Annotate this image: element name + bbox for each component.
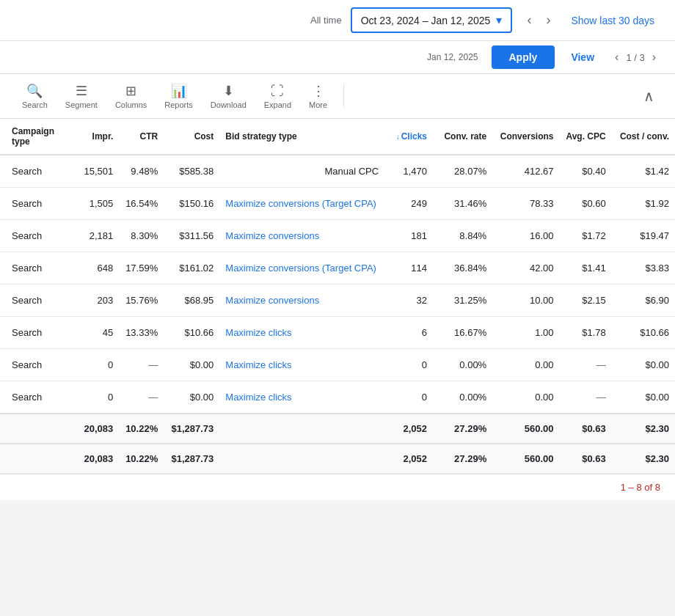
footer-pagination: 1 – 8 of 8 [621,482,660,493]
search-icon: 🔍 [26,83,43,99]
cell-cost: $150.16 [164,188,219,220]
view-button[interactable]: View [562,45,603,69]
total-avg-cpc: $0.63 [559,444,611,474]
cell-cost-conv: $6.90 [612,285,675,317]
cell-cost-conv: $1.42 [612,155,675,188]
pagination-info: 1 / 3 [626,52,644,63]
cell-bid-strategy[interactable]: Maximize clicks [219,349,384,381]
total-row: 20,083 10.22% $1,287.73 2,052 27.29% 560… [0,414,675,444]
cell-cost-conv: $3.83 [612,252,675,285]
total-impr: 20,083 [67,444,119,474]
next-date-button[interactable]: › [540,10,556,31]
cell-clicks: 0 [384,349,433,381]
cell-cost: $68.95 [164,285,219,317]
prev-date-button[interactable]: ‹ [521,10,537,31]
total-cost: $1,287.73 [164,444,219,474]
cell-impr: 2,181 [67,220,119,252]
cell-bid-strategy[interactable]: Maximize clicks [219,317,384,349]
col-impr[interactable]: Impr. [67,119,119,155]
table-row: Search1,50516.54%$150.16Maximize convers… [0,188,675,220]
cell-clicks: 32 [384,285,433,317]
cell-conv-rate: 28.07% [433,155,492,188]
cell-bid-strategy[interactable]: Maximize clicks [219,381,384,414]
total-conversions: 560.00 [492,414,559,444]
cell-cost-conv: $0.00 [612,381,675,414]
cell-conv-rate: 0.00% [433,381,492,414]
dropdown-arrow-icon: ▾ [496,13,502,27]
show-last-30-button[interactable]: Show last 30 days [565,12,660,29]
cell-ctr: 16.54% [119,188,164,220]
cell-cost: $10.66 [164,317,219,349]
cell-bid-strategy[interactable]: Maximize conversions (Target CPA) [219,252,384,285]
col-clicks[interactable]: ↓Clicks [384,119,433,155]
columns-button[interactable]: ⊞ Columns [108,80,154,112]
download-label: Download [211,100,247,109]
cell-clicks: 0 [384,381,433,414]
cell-clicks: 6 [384,317,433,349]
columns-label: Columns [115,100,147,109]
cell-ctr: 15.76% [119,285,164,317]
total-cost: $1,287.73 [164,414,219,444]
date-picker[interactable]: Oct 23, 2024 – Jan 12, 2025 ▾ [351,7,513,33]
cell-cost-conv: $1.92 [612,188,675,220]
cell-campaign-type: Search [0,317,67,349]
more-icon: ⋮ [312,83,325,99]
total-label [0,414,67,444]
cell-ctr: 8.30% [119,220,164,252]
cell-conv-rate: 36.84% [433,252,492,285]
table-row: Search0—$0.00Maximize clicks00.00%0.00—$… [0,349,675,381]
search-label: Search [22,100,48,109]
col-conversions[interactable]: Conversions [492,119,559,155]
download-button[interactable]: ⬇ Download [203,80,254,112]
cell-bid-strategy[interactable]: Maximize conversions [219,285,384,317]
cell-campaign-type: Search [0,155,67,188]
cell-cost: $161.02 [164,252,219,285]
segment-button[interactable]: ☰ Segment [58,80,105,112]
total-ctr: 10.22% [119,444,164,474]
cell-avg-cpc: $1.78 [559,317,611,349]
total-conv-rate: 27.29% [433,414,492,444]
toolbar: 🔍 Search ☰ Segment ⊞ Columns 📊 Reports ⬇… [0,74,675,119]
cell-impr: 648 [67,252,119,285]
reports-button[interactable]: 📊 Reports [157,80,200,112]
total-conversions: 560.00 [492,444,559,474]
cell-conversions: 10.00 [492,285,559,317]
cell-campaign-type: Search [0,252,67,285]
col-campaign-type[interactable]: Campaigntype [0,119,67,155]
col-cost[interactable]: Cost [164,119,219,155]
search-toolbar-button[interactable]: 🔍 Search [15,80,55,112]
data-table-container: Campaigntype Impr. CTR Cost Bid strategy… [0,119,675,474]
total-bid [219,414,384,444]
next-page-button[interactable]: › [648,49,660,65]
cell-conversions: 0.00 [492,349,559,381]
cell-ctr: — [119,349,164,381]
col-bid-strategy[interactable]: Bid strategy type [219,119,384,155]
total-label [0,444,67,474]
cell-ctr: 9.48% [119,155,164,188]
cell-bid-strategy[interactable]: Maximize conversions [219,220,384,252]
toolbar-divider [343,84,344,108]
expand-label: Expand [264,100,291,109]
col-cost-conv[interactable]: Cost / conv. [612,119,675,155]
cell-conv-rate: 8.84% [433,220,492,252]
prev-page-button[interactable]: ‹ [610,49,623,65]
table-row: Search15,5019.48%$585.38Manual CPC1,4702… [0,155,675,188]
table-body: Search15,5019.48%$585.38Manual CPC1,4702… [0,155,675,474]
cell-conversions: 42.00 [492,252,559,285]
cell-bid-strategy: Manual CPC [219,155,384,188]
col-ctr[interactable]: CTR [119,119,164,155]
col-conv-rate[interactable]: Conv. rate [433,119,492,155]
cell-bid-strategy[interactable]: Maximize conversions (Target CPA) [219,188,384,220]
cell-conversions: 0.00 [492,381,559,414]
collapse-button[interactable]: ∧ [638,84,660,108]
cell-ctr: 13.33% [119,317,164,349]
cell-conv-rate: 16.67% [433,317,492,349]
cell-campaign-type: Search [0,285,67,317]
apply-button[interactable]: Apply [492,45,555,69]
table-row: Search0—$0.00Maximize clicks00.00%0.00—$… [0,381,675,414]
col-avg-cpc[interactable]: Avg. CPC [559,119,611,155]
cell-impr: 0 [67,349,119,381]
more-button[interactable]: ⋮ More [302,80,335,112]
table-row: Search4513.33%$10.66Maximize clicks616.6… [0,317,675,349]
expand-button[interactable]: ⛶ Expand [257,81,299,112]
